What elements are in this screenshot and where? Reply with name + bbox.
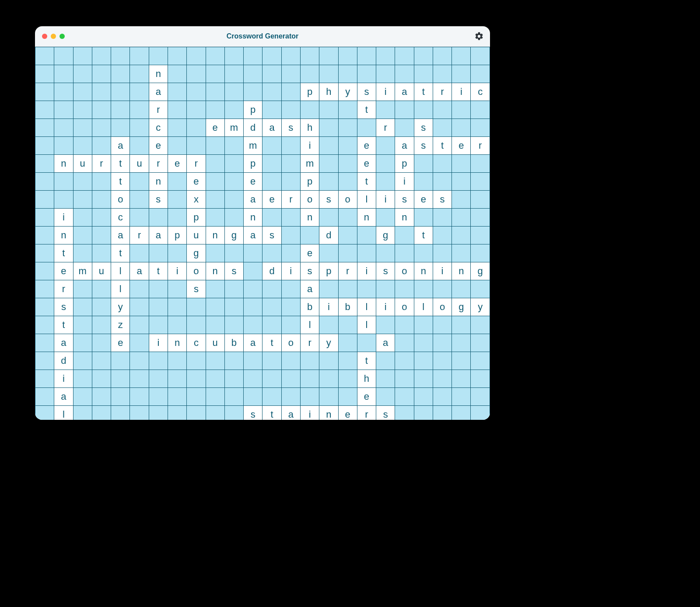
grid-cell[interactable] — [414, 334, 433, 352]
grid-cell[interactable] — [168, 352, 186, 370]
grid-cell[interactable]: t — [54, 316, 73, 334]
grid-cell[interactable]: c — [111, 209, 130, 227]
grid-cell[interactable]: a — [395, 83, 414, 101]
grid-cell[interactable] — [395, 101, 414, 119]
grid-cell[interactable] — [187, 298, 206, 316]
grid-cell[interactable]: i — [319, 298, 338, 316]
grid-cell[interactable] — [319, 47, 338, 65]
grid-cell[interactable] — [414, 370, 433, 388]
grid-cell[interactable]: g — [187, 244, 206, 262]
grid-cell[interactable] — [149, 47, 168, 65]
grid-cell[interactable] — [395, 406, 414, 420]
grid-cell[interactable] — [414, 352, 433, 370]
grid-cell[interactable] — [338, 280, 357, 298]
grid-cell[interactable] — [433, 227, 452, 244]
grid-cell[interactable] — [73, 101, 92, 119]
grid-cell[interactable] — [395, 280, 414, 298]
grid-cell[interactable] — [338, 137, 357, 155]
grid-cell[interactable] — [206, 298, 224, 316]
grid-cell[interactable] — [149, 352, 168, 370]
grid-cell[interactable] — [376, 280, 395, 298]
grid-cell[interactable]: e — [300, 244, 319, 262]
grid-cell[interactable]: s — [357, 83, 376, 101]
grid-cell[interactable] — [414, 65, 433, 83]
grid-cell[interactable]: u — [206, 334, 224, 352]
grid-cell[interactable] — [224, 209, 243, 227]
grid-cell[interactable]: u — [92, 262, 111, 280]
grid-cell[interactable] — [206, 406, 224, 420]
grid-cell[interactable]: a — [244, 191, 262, 209]
grid-cell[interactable] — [168, 298, 186, 316]
grid-cell[interactable] — [281, 244, 300, 262]
grid-cell[interactable] — [319, 352, 338, 370]
grid-cell[interactable] — [433, 244, 452, 262]
grid-cell[interactable] — [54, 173, 73, 191]
grid-cell[interactable] — [149, 370, 168, 388]
grid-cell[interactable]: e — [452, 137, 471, 155]
grid-cell[interactable]: n — [300, 209, 319, 227]
grid-cell[interactable] — [35, 47, 54, 65]
grid-cell[interactable] — [149, 388, 168, 406]
grid-cell[interactable] — [206, 191, 224, 209]
grid-cell[interactable] — [130, 406, 149, 420]
grid-cell[interactable]: b — [224, 334, 243, 352]
grid-cell[interactable]: e — [111, 334, 130, 352]
grid-cell[interactable] — [376, 155, 395, 173]
grid-cell[interactable]: r — [376, 119, 395, 137]
grid-cell[interactable] — [452, 191, 471, 209]
grid-cell[interactable]: h — [300, 119, 319, 137]
grid-cell[interactable]: i — [395, 173, 414, 191]
grid-cell[interactable] — [452, 65, 471, 83]
grid-cell[interactable] — [262, 209, 281, 227]
grid-cell[interactable]: b — [300, 298, 319, 316]
grid-cell[interactable] — [281, 227, 300, 244]
grid-cell[interactable] — [187, 370, 206, 388]
grid-cell[interactable]: n — [452, 262, 471, 280]
grid-cell[interactable] — [376, 316, 395, 334]
grid-cell[interactable] — [111, 47, 130, 65]
grid-cell[interactable] — [357, 227, 376, 244]
grid-cell[interactable] — [471, 155, 490, 173]
grid-cell[interactable]: i — [54, 370, 73, 388]
grid-cell[interactable] — [357, 65, 376, 83]
grid-cell[interactable]: m — [300, 155, 319, 173]
grid-cell[interactable]: t — [433, 137, 452, 155]
grid-cell[interactable] — [281, 83, 300, 101]
grid-cell[interactable] — [54, 119, 73, 137]
grid-cell[interactable] — [395, 65, 414, 83]
grid-cell[interactable] — [414, 101, 433, 119]
grid-cell[interactable] — [281, 101, 300, 119]
grid-cell[interactable]: d — [262, 262, 281, 280]
grid-cell[interactable] — [376, 137, 395, 155]
grid-cell[interactable]: g — [471, 262, 490, 280]
grid-cell[interactable] — [206, 280, 224, 298]
grid-cell[interactable] — [73, 173, 92, 191]
grid-cell[interactable] — [35, 83, 54, 101]
grid-cell[interactable] — [149, 298, 168, 316]
grid-cell[interactable] — [433, 388, 452, 406]
grid-cell[interactable]: l — [357, 298, 376, 316]
grid-cell[interactable] — [206, 352, 224, 370]
grid-cell[interactable] — [224, 101, 243, 119]
grid-cell[interactable] — [92, 65, 111, 83]
grid-cell[interactable]: o — [281, 334, 300, 352]
grid-cell[interactable] — [471, 280, 490, 298]
grid-cell[interactable]: u — [130, 155, 149, 173]
grid-cell[interactable] — [244, 83, 262, 101]
grid-cell[interactable] — [73, 137, 92, 155]
grid-cell[interactable] — [111, 370, 130, 388]
grid-cell[interactable] — [224, 47, 243, 65]
grid-cell[interactable]: a — [54, 334, 73, 352]
grid-cell[interactable]: l — [300, 316, 319, 334]
grid-cell[interactable]: s — [319, 191, 338, 209]
grid-cell[interactable] — [471, 119, 490, 137]
grid-cell[interactable] — [281, 280, 300, 298]
settings-button[interactable] — [474, 31, 484, 43]
grid-cell[interactable] — [281, 209, 300, 227]
grid-cell[interactable]: s — [149, 191, 168, 209]
grid-cell[interactable]: m — [224, 119, 243, 137]
grid-cell[interactable]: r — [130, 227, 149, 244]
grid-cell[interactable]: r — [357, 406, 376, 420]
grid-cell[interactable] — [92, 227, 111, 244]
grid-cell[interactable] — [395, 47, 414, 65]
